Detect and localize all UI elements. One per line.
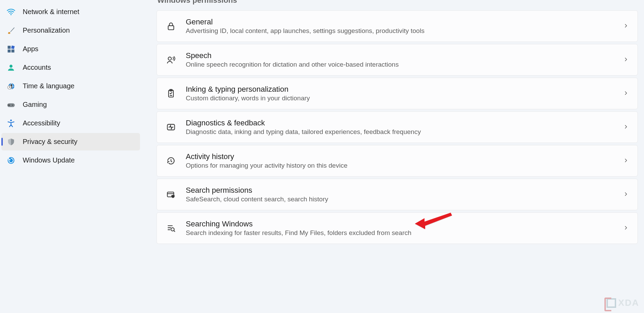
card-diagnostics-feedback[interactable]: Diagnostics & feedback Diagnostic data, … <box>157 111 638 143</box>
sidebar-item-label: Accessibility <box>23 119 60 127</box>
apps-icon <box>6 44 16 54</box>
sidebar-item-accessibility[interactable]: Accessibility <box>1 114 140 132</box>
chevron-right-icon <box>623 158 629 164</box>
clipboard-icon <box>165 88 177 99</box>
sidebar-item-label: Gaming <box>23 101 47 109</box>
globe-clock-icon <box>6 81 16 91</box>
card-subtitle: Custom dictionary, words in your diction… <box>186 94 619 102</box>
svg-point-11 <box>10 119 12 121</box>
svg-rect-4 <box>11 49 14 53</box>
card-body: Diagnostics & feedback Diagnostic data, … <box>186 119 619 136</box>
card-subtitle: Diagnostic data, inking and typing data,… <box>186 128 619 136</box>
sidebar-item-gaming[interactable]: Gaming <box>1 96 140 113</box>
svg-point-0 <box>10 14 11 15</box>
card-title: Activity history <box>186 152 619 161</box>
svg-rect-3 <box>8 49 11 53</box>
card-shield-icon <box>165 189 177 200</box>
card-title: Speech <box>186 51 619 60</box>
person-icon <box>6 63 16 72</box>
card-title: Diagnostics & feedback <box>186 119 619 127</box>
sidebar-item-network[interactable]: Network & internet <box>1 3 140 21</box>
card-general[interactable]: General Advertising ID, local content, a… <box>157 10 638 42</box>
sidebar: Network & internet Personalization Apps … <box>0 0 143 313</box>
sidebar-item-time-language[interactable]: Time & language <box>1 77 140 95</box>
section-heading: Windows permissions <box>157 0 638 5</box>
card-subtitle: Options for managing your activity histo… <box>186 162 619 169</box>
svg-point-19 <box>171 228 174 231</box>
card-subtitle: Advertising ID, local content, app launc… <box>186 27 619 35</box>
svg-rect-2 <box>11 45 14 49</box>
sidebar-item-apps[interactable]: Apps <box>1 40 140 58</box>
accessibility-icon <box>6 119 16 128</box>
sidebar-item-label: Privacy & security <box>23 138 77 146</box>
card-subtitle: Online speech recognition for dictation … <box>186 61 619 68</box>
card-body: Speech Online speech recognition for dic… <box>186 51 619 68</box>
card-title: Inking & typing personalization <box>186 85 619 94</box>
card-speech[interactable]: Speech Online speech recognition for dic… <box>157 44 638 76</box>
shield-icon <box>6 137 16 147</box>
sidebar-item-personalization[interactable]: Personalization <box>1 22 140 39</box>
card-body: Searching Windows Search indexing for fa… <box>186 220 619 237</box>
svg-point-10 <box>12 104 13 105</box>
settings-app: Network & internet Personalization Apps … <box>0 0 644 313</box>
chevron-right-icon <box>623 124 629 130</box>
watermark-logo-icon <box>607 298 616 308</box>
svg-point-5 <box>10 65 13 68</box>
chevron-right-icon <box>623 90 629 97</box>
card-subtitle: SafeSearch, cloud content search, search… <box>186 195 619 203</box>
speech-icon <box>165 54 177 66</box>
sidebar-item-windows-update[interactable]: Windows Update <box>1 152 140 169</box>
main-content: Windows permissions General Advertising … <box>143 0 644 313</box>
card-title: Search permissions <box>186 186 619 195</box>
sidebar-item-label: Personalization <box>23 26 70 34</box>
chevron-right-icon <box>623 225 629 231</box>
card-title: General <box>186 18 619 26</box>
card-search-permissions[interactable]: Search permissions SafeSearch, cloud con… <box>157 179 638 210</box>
card-body: Search permissions SafeSearch, cloud con… <box>186 186 619 203</box>
card-activity-history[interactable]: Activity history Options for managing yo… <box>157 145 638 177</box>
card-title: Searching Windows <box>186 220 619 228</box>
lock-icon <box>165 20 177 32</box>
chevron-right-icon <box>623 191 629 198</box>
card-subtitle: Search indexing for faster results, Find… <box>186 229 619 237</box>
watermark: XDA <box>607 298 639 308</box>
sidebar-item-label: Apps <box>23 45 39 53</box>
svg-point-14 <box>168 57 171 60</box>
diagnostics-icon <box>165 121 177 133</box>
paintbrush-icon <box>6 26 16 35</box>
chevron-right-icon <box>623 57 629 63</box>
chevron-right-icon <box>623 23 629 29</box>
sidebar-item-label: Time & language <box>23 82 74 90</box>
sidebar-item-label: Accounts <box>23 64 51 71</box>
card-body: Inking & typing personalization Custom d… <box>186 85 619 102</box>
search-list-icon <box>165 222 177 234</box>
history-icon <box>165 155 177 167</box>
svg-rect-1 <box>8 46 11 49</box>
sidebar-item-label: Network & internet <box>23 8 79 16</box>
card-searching-windows[interactable]: Searching Windows Search indexing for fa… <box>157 212 638 244</box>
sidebar-item-privacy-security[interactable]: Privacy & security <box>1 133 140 150</box>
sidebar-item-label: Windows Update <box>23 156 75 164</box>
sidebar-item-accounts[interactable]: Accounts <box>1 59 140 76</box>
svg-rect-13 <box>168 26 174 30</box>
card-inking-typing[interactable]: Inking & typing personalization Custom d… <box>157 78 638 109</box>
watermark-text: XDA <box>618 298 639 308</box>
card-body: General Advertising ID, local content, a… <box>186 18 619 35</box>
wifi-icon <box>6 7 16 17</box>
gamepad-icon <box>6 100 16 110</box>
update-icon <box>6 156 16 165</box>
card-body: Activity history Options for managing yo… <box>186 152 619 169</box>
